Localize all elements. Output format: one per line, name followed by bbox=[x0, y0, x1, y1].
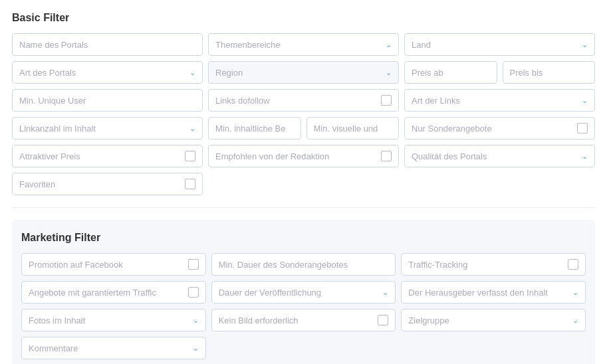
nur-sonderangebote-checkbox[interactable] bbox=[577, 123, 588, 134]
traffic-tracking-checkbox[interactable] bbox=[568, 259, 578, 270]
basic-filter-row-5: Attraktiver Preis Empfohlen von der Reda… bbox=[12, 145, 595, 167]
basic-filter-section: Basic Filter Name des Portals Themenbere… bbox=[12, 12, 595, 195]
qualitaet-label: Qualität des Portals bbox=[412, 151, 578, 161]
section-divider bbox=[12, 207, 595, 208]
dauer-veroeffentlichung-label: Dauer der Veröffentlichung bbox=[219, 288, 379, 298]
zielgruppe-label: Zielgruppe bbox=[408, 316, 568, 325]
promotion-facebook-label: Promotion auf Facebook bbox=[29, 260, 184, 270]
kein-bild-field[interactable]: Kein Bild erforderlich bbox=[211, 309, 396, 331]
chevron-down-icon: ⌄ bbox=[193, 316, 199, 325]
favoriten-checkbox[interactable] bbox=[185, 179, 195, 189]
kein-bild-checkbox[interactable] bbox=[378, 315, 388, 325]
angebote-traffic-checkbox[interactable] bbox=[188, 287, 199, 298]
themenbereiche-label: Themenbereiche bbox=[215, 40, 382, 50]
art-der-links-label: Art der Links bbox=[412, 96, 578, 106]
chevron-down-icon: ⌄ bbox=[189, 68, 195, 77]
chevron-down-icon: ⌄ bbox=[193, 344, 199, 353]
min-unique-user-label: Min. Unique User bbox=[19, 96, 195, 106]
chevron-down-icon: ⌄ bbox=[582, 96, 588, 105]
nur-sonderangebote-field[interactable]: Nur Sonderangebote bbox=[404, 117, 595, 139]
traffic-tracking-label: Traffic-Tracking bbox=[408, 260, 564, 270]
traffic-tracking-field[interactable]: Traffic-Tracking bbox=[401, 253, 586, 276]
preis-ab-label: Preis ab bbox=[412, 68, 490, 78]
marketing-filter-row-1: Promotion auf Facebook Min. Dauer des So… bbox=[21, 253, 586, 276]
min-visuelle-label: Min. visuelle und bbox=[314, 124, 392, 134]
basic-filter-row-2: Art des Portals ⌄ Region ⌄ Preis ab Prei… bbox=[12, 61, 595, 84]
preis-bis-field[interactable]: Preis bis bbox=[503, 61, 596, 84]
chevron-down-icon: ⌄ bbox=[382, 288, 388, 297]
portal-name-field[interactable]: Name des Portals bbox=[12, 33, 203, 56]
attraktiver-preis-checkbox[interactable] bbox=[185, 151, 195, 161]
chevron-down-icon: ⌄ bbox=[582, 152, 588, 161]
promotion-facebook-checkbox[interactable] bbox=[188, 259, 199, 270]
herausgeber-field[interactable]: Der Herausgeber verfasst den Inhalt ⌄ bbox=[401, 281, 586, 304]
art-der-links-field[interactable]: Art der Links ⌄ bbox=[404, 89, 595, 112]
chevron-down-icon: ⌄ bbox=[572, 288, 578, 297]
region-field[interactable]: Region ⌄ bbox=[208, 61, 399, 84]
empfohlen-field[interactable]: Empfohlen von der Redaktion bbox=[208, 145, 399, 167]
links-dofollow-label: Links dofollow bbox=[215, 96, 377, 106]
attraktiver-preis-label: Attraktiver Preis bbox=[19, 151, 181, 161]
favoriten-label: Favoriten bbox=[19, 179, 181, 189]
kein-bild-label: Kein Bild erforderlich bbox=[219, 316, 374, 325]
portal-name-label: Name des Portals bbox=[19, 40, 195, 50]
kommentare-label: Kommentare bbox=[29, 343, 189, 353]
fotos-inhalt-label: Fotos im Inhalt bbox=[29, 316, 189, 325]
chevron-down-icon: ⌄ bbox=[386, 68, 392, 77]
dauer-veroeffentlichung-field[interactable]: Dauer der Veröffentlichung ⌄ bbox=[211, 281, 396, 304]
promotion-facebook-field[interactable]: Promotion auf Facebook bbox=[21, 253, 206, 276]
zielgruppe-field[interactable]: Zielgruppe ⌄ bbox=[401, 309, 586, 331]
preis-bis-label: Preis bis bbox=[510, 68, 588, 78]
themenbereiche-field[interactable]: Themenbereiche ⌄ bbox=[208, 33, 399, 56]
herausgeber-label: Der Herausgeber verfasst den Inhalt bbox=[408, 288, 568, 298]
min-inhalt-field[interactable]: Min. inhaltliche Be bbox=[208, 117, 301, 139]
links-dofollow-checkbox[interactable] bbox=[381, 95, 392, 106]
marketing-filter-section: Marketing Filter Promotion auf Facebook … bbox=[12, 220, 595, 364]
preis-fields: Preis ab Preis bis bbox=[404, 61, 595, 84]
empfohlen-checkbox[interactable] bbox=[381, 151, 392, 161]
attraktiver-preis-field[interactable]: Attraktiver Preis bbox=[12, 145, 203, 167]
angebote-traffic-label: Angebote mit garantiertem Traffic bbox=[29, 288, 184, 298]
favoriten-field[interactable]: Favoriten bbox=[12, 173, 203, 195]
fotos-inhalt-field[interactable]: Fotos im Inhalt ⌄ bbox=[21, 309, 206, 331]
qualitaet-field[interactable]: Qualität des Portals ⌄ bbox=[404, 145, 595, 167]
links-dofollow-field[interactable]: Links dofollow bbox=[208, 89, 399, 112]
min-split-fields: Min. inhaltliche Be Min. visuelle und bbox=[208, 117, 399, 139]
marketing-filter-row-2: Angebote mit garantiertem Traffic Dauer … bbox=[21, 281, 586, 304]
art-des-portals-label: Art des Portals bbox=[19, 68, 185, 78]
kommentare-field[interactable]: Kommentare ⌄ bbox=[21, 337, 206, 359]
marketing-filter-title: Marketing Filter bbox=[21, 232, 586, 244]
min-dauer-field[interactable]: Min. Dauer des Sonderangebotes bbox=[211, 253, 396, 276]
min-unique-user-field[interactable]: Min. Unique User bbox=[12, 89, 203, 112]
land-label: Land bbox=[412, 40, 578, 50]
nur-sonderangebote-label: Nur Sonderangebote bbox=[412, 124, 573, 134]
basic-filter-row-6: Favoriten bbox=[12, 173, 595, 195]
marketing-filter-row-3: Fotos im Inhalt ⌄ Kein Bild erforderlich… bbox=[21, 309, 586, 331]
marketing-filter-row-4: Kommentare ⌄ bbox=[21, 337, 586, 359]
basic-filter-row-4: Linkanzahl im Inhalt ⌄ Min. inhaltliche … bbox=[12, 117, 595, 139]
min-dauer-label: Min. Dauer des Sonderangebotes bbox=[219, 260, 389, 270]
chevron-down-icon: ⌄ bbox=[386, 41, 392, 49]
empfohlen-label: Empfohlen von der Redaktion bbox=[215, 151, 377, 161]
chevron-down-icon: ⌄ bbox=[572, 316, 578, 325]
preis-ab-field[interactable]: Preis ab bbox=[404, 61, 497, 84]
land-field[interactable]: Land ⌄ bbox=[404, 33, 595, 56]
basic-filter-title: Basic Filter bbox=[12, 12, 595, 24]
art-des-portals-field[interactable]: Art des Portals ⌄ bbox=[12, 61, 203, 84]
linkanzahl-label: Linkanzahl im Inhalt bbox=[19, 124, 185, 134]
basic-filter-row-3: Min. Unique User Links dofollow Art der … bbox=[12, 89, 595, 112]
chevron-down-icon: ⌄ bbox=[582, 41, 588, 49]
basic-filter-row-1: Name des Portals Themenbereiche ⌄ Land ⌄ bbox=[12, 33, 595, 56]
linkanzahl-field[interactable]: Linkanzahl im Inhalt ⌄ bbox=[12, 117, 203, 139]
chevron-down-icon: ⌄ bbox=[189, 124, 195, 133]
min-visuelle-field[interactable]: Min. visuelle und bbox=[306, 117, 400, 139]
min-inhalt-label: Min. inhaltliche Be bbox=[215, 124, 294, 134]
angebote-traffic-field[interactable]: Angebote mit garantiertem Traffic bbox=[21, 281, 206, 304]
region-label: Region bbox=[215, 68, 382, 78]
